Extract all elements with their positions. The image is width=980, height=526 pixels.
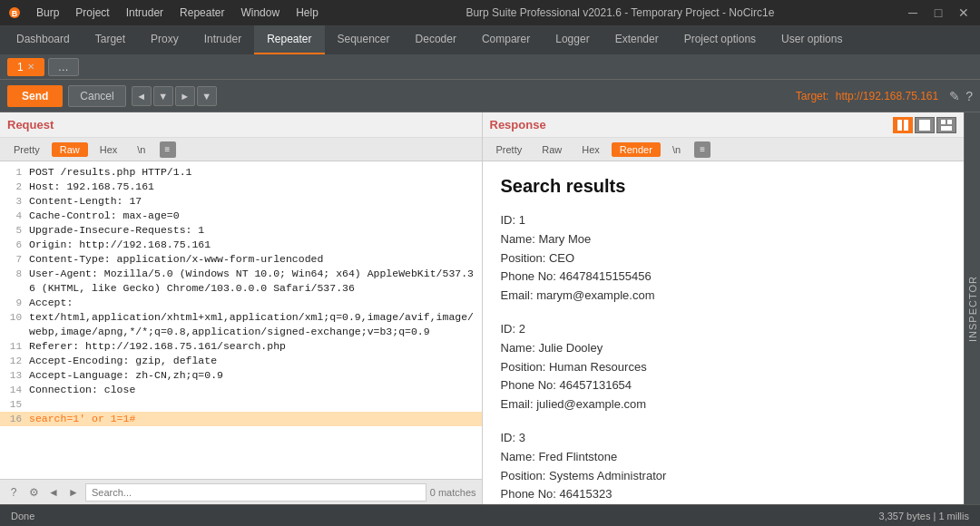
request-tab-newline[interactable]: \n xyxy=(129,142,153,157)
arrow-left-icon[interactable]: ◄ xyxy=(45,484,62,501)
app-icon: B xyxy=(7,5,22,20)
nav-next-button[interactable]: ▼ xyxy=(197,86,217,106)
menu-project[interactable]: Project xyxy=(68,5,116,21)
history-nav: ◄ ▼ ► ▼ xyxy=(132,86,217,106)
search-input[interactable] xyxy=(85,483,426,502)
result-entry-1: ID: 1 Name: Mary Moe Position: CEO Phone… xyxy=(501,211,946,306)
toolbar-icons: ✎ ? xyxy=(949,89,973,103)
response-tab-newline[interactable]: \n xyxy=(664,142,689,157)
tab-decoder[interactable]: Decoder xyxy=(403,25,469,54)
search-matches: 0 matches xyxy=(430,487,476,498)
svg-text:B: B xyxy=(12,9,18,18)
tab-comparer[interactable]: Comparer xyxy=(469,25,543,54)
request-tab-hex[interactable]: Hex xyxy=(92,142,126,157)
tab-sequencer[interactable]: Sequencer xyxy=(325,25,403,54)
result-1-position: Position: CEO xyxy=(501,249,946,268)
tab-target[interactable]: Target xyxy=(83,25,138,54)
menu-intruder[interactable]: Intruder xyxy=(119,5,171,21)
inspector-label: INSPECTOR xyxy=(967,276,978,342)
tab-extender[interactable]: Extender xyxy=(603,25,671,54)
result-2-position: Position: Human Resources xyxy=(501,358,946,377)
edit-target-icon[interactable]: ✎ xyxy=(949,89,960,103)
tab-repeater[interactable]: Repeater xyxy=(254,25,324,54)
subtab-1-label: 1 xyxy=(17,61,24,73)
request-tab-raw[interactable]: Raw xyxy=(52,142,88,157)
result-entry-2: ID: 2 Name: Julie Dooley Position: Human… xyxy=(501,320,946,414)
result-2-name: Name: Julie Dooley xyxy=(501,339,946,358)
svg-rect-3 xyxy=(904,120,908,131)
help-icon[interactable]: ? xyxy=(965,89,973,103)
request-header: Request xyxy=(0,112,482,138)
request-line-4: 4 Cache-Control: max-age=0 xyxy=(0,209,482,223)
nav-forward-button[interactable]: ► xyxy=(175,86,195,106)
result-2-id: ID: 2 xyxy=(501,320,946,339)
request-tab-pretty[interactable]: Pretty xyxy=(5,142,48,157)
view-buttons xyxy=(893,117,956,133)
response-tab-render[interactable]: Render xyxy=(612,142,661,157)
tab-intruder[interactable]: Intruder xyxy=(191,25,254,54)
tab-project-options[interactable]: Project options xyxy=(671,25,769,54)
response-tabs: Pretty Raw Hex Render \n ≡ xyxy=(483,138,965,161)
menu-burp[interactable]: Burp xyxy=(29,5,66,21)
toolbar: Send Cancel ◄ ▼ ► ▼ Target: http://192.1… xyxy=(0,80,980,112)
status-info: 3,357 bytes | 1 millis xyxy=(879,511,969,521)
view-single-btn[interactable] xyxy=(915,117,935,133)
tab-proxy[interactable]: Proxy xyxy=(138,25,191,54)
request-content[interactable]: 1 POST /results.php HTTP/1.1 2 Host: 192… xyxy=(0,161,482,479)
maximize-button[interactable]: □ xyxy=(929,5,947,20)
response-tab-raw[interactable]: Raw xyxy=(534,142,570,157)
subtab-more-label: … xyxy=(58,61,69,73)
menu-help[interactable]: Help xyxy=(289,5,326,21)
subtab-1[interactable]: 1 ✕ xyxy=(7,58,44,76)
inspector-panel[interactable]: INSPECTOR xyxy=(964,112,980,504)
request-line-5: 5 Upgrade-Insecure-Requests: 1 xyxy=(0,223,482,238)
request-line-16: 16 search=1' or 1=1# xyxy=(0,412,482,426)
subtab-1-close[interactable]: ✕ xyxy=(27,62,34,72)
target-url: http://192.168.75.161 xyxy=(836,90,938,102)
response-tab-pretty[interactable]: Pretty xyxy=(488,142,531,157)
view-split-btn[interactable] xyxy=(893,117,913,133)
tab-dashboard[interactable]: Dashboard xyxy=(4,25,83,54)
search-results-heading: Search results xyxy=(501,176,946,197)
result-3-position: Position: Systems Administrator xyxy=(501,467,946,486)
request-tab-menu[interactable]: ≡ xyxy=(160,141,176,158)
svg-rect-6 xyxy=(947,120,952,124)
response-content[interactable]: Search results ID: 1 Name: Mary Moe Posi… xyxy=(483,161,965,504)
close-button[interactable]: ✕ xyxy=(955,5,973,20)
request-line-14: 14 Connection: close xyxy=(0,383,482,397)
target-display: Target: http://192.168.75.161 xyxy=(222,90,939,102)
question-icon[interactable]: ? xyxy=(5,484,22,501)
send-button[interactable]: Send xyxy=(7,85,63,107)
result-1-name: Name: Mary Moe xyxy=(501,230,946,249)
settings-icon[interactable]: ⚙ xyxy=(25,484,42,501)
cancel-button[interactable]: Cancel xyxy=(68,85,125,107)
view-detail-btn[interactable] xyxy=(936,117,956,133)
menu-window[interactable]: Window xyxy=(233,5,287,21)
main-area: Request Pretty Raw Hex \n ≡ 1 POST /resu… xyxy=(0,112,980,504)
menu-repeater[interactable]: Repeater xyxy=(172,5,231,21)
response-tab-hex[interactable]: Hex xyxy=(573,142,608,157)
search-bar-icons: ? ⚙ ◄ ► xyxy=(5,484,82,501)
status-text: Done xyxy=(11,511,34,521)
svg-rect-4 xyxy=(919,120,930,131)
minimize-button[interactable]: ─ xyxy=(904,5,922,20)
result-3-id: ID: 3 xyxy=(501,429,946,448)
response-tab-menu[interactable]: ≡ xyxy=(694,141,710,158)
nav-back-button[interactable]: ◄ xyxy=(132,86,152,106)
response-panel: Response Pretty Raw Hex Render \n ≡ S xyxy=(483,112,965,504)
nav-prev-button[interactable]: ▼ xyxy=(153,86,173,106)
request-line-7: 7 Content-Type: application/x-www-form-u… xyxy=(0,252,482,267)
target-label: Target: xyxy=(796,90,829,102)
tab-logger[interactable]: Logger xyxy=(543,25,602,54)
result-2-phone: Phone No: 46457131654 xyxy=(501,376,946,395)
request-line-15: 15 xyxy=(0,397,482,412)
request-line-2: 2 Host: 192.168.75.161 xyxy=(0,180,482,194)
request-line-13: 13 Accept-Language: zh-CN,zh;q=0.9 xyxy=(0,368,482,383)
request-search-bar: ? ⚙ ◄ ► 0 matches xyxy=(0,479,482,504)
window-title: Burp Suite Professional v2021.6 - Tempor… xyxy=(337,6,904,19)
arrow-right-icon[interactable]: ► xyxy=(65,484,82,501)
tab-user-options[interactable]: User options xyxy=(769,25,855,54)
svg-rect-7 xyxy=(941,126,952,131)
request-panel: Request Pretty Raw Hex \n ≡ 1 POST /resu… xyxy=(0,112,483,504)
subtab-more[interactable]: … xyxy=(48,58,79,76)
